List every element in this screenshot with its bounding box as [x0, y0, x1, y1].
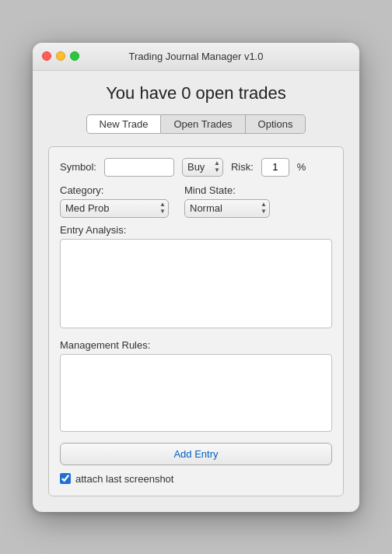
mind-state-label: Mind State:	[184, 184, 270, 196]
mind-state-wrapper: Normal Focused Distracted ▲ ▼	[184, 199, 270, 218]
entry-analysis-textarea[interactable]	[60, 239, 332, 328]
symbol-label: Symbol:	[60, 161, 96, 173]
open-trades-count: You have 0 open trades	[48, 83, 344, 103]
screenshot-label[interactable]: attach last screenshot	[75, 473, 173, 485]
category-select[interactable]: Med Prob High Prob Low Prob	[60, 199, 169, 218]
category-col: Category: Med Prob High Prob Low Prob ▲ …	[60, 184, 169, 218]
category-mind-state-row: Category: Med Prob High Prob Low Prob ▲ …	[60, 184, 332, 218]
screenshot-row: attach last screenshot	[60, 473, 332, 485]
window-title: Trading Journal Manager v1.0	[129, 51, 264, 62]
direction-select[interactable]: Buy Sell	[182, 158, 223, 177]
management-rules-label: Management Rules:	[60, 339, 332, 351]
minimize-button[interactable]	[56, 51, 65, 61]
management-rules-section: Management Rules:	[60, 339, 332, 435]
category-wrapper: Med Prob High Prob Low Prob ▲ ▼	[60, 199, 169, 218]
mind-state-select[interactable]: Normal Focused Distracted	[184, 199, 270, 218]
risk-suffix: %	[297, 161, 306, 173]
title-bar: Trading Journal Manager v1.0	[33, 43, 359, 71]
entry-analysis-label: Entry Analysis:	[60, 224, 332, 236]
close-button[interactable]	[42, 51, 51, 61]
tab-bar: New Trade Open Trades Options	[48, 114, 344, 134]
tab-new-trade[interactable]: New Trade	[86, 114, 162, 134]
new-trade-form: Symbol: Buy Sell ▲ ▼ Risk: %	[48, 146, 344, 496]
tab-options[interactable]: Options	[246, 114, 306, 134]
traffic-lights	[42, 51, 79, 61]
screenshot-checkbox[interactable]	[60, 473, 71, 484]
add-entry-button[interactable]: Add Entry	[60, 443, 332, 465]
management-rules-textarea[interactable]	[60, 354, 332, 432]
main-window: Trading Journal Manager v1.0 You have 0 …	[33, 43, 359, 512]
symbol-row: Symbol: Buy Sell ▲ ▼ Risk: %	[60, 158, 332, 177]
entry-analysis-section: Entry Analysis:	[60, 224, 332, 331]
window-content: You have 0 open trades New Trade Open Tr…	[33, 71, 359, 512]
risk-label: Risk:	[231, 161, 254, 173]
category-label: Category:	[60, 184, 169, 196]
tab-open-trades[interactable]: Open Trades	[161, 114, 245, 134]
maximize-button[interactable]	[70, 51, 79, 61]
direction-wrapper: Buy Sell ▲ ▼	[182, 158, 223, 177]
symbol-input[interactable]	[104, 158, 174, 177]
mind-state-col: Mind State: Normal Focused Distracted ▲ …	[184, 184, 270, 218]
risk-input[interactable]	[261, 158, 289, 177]
